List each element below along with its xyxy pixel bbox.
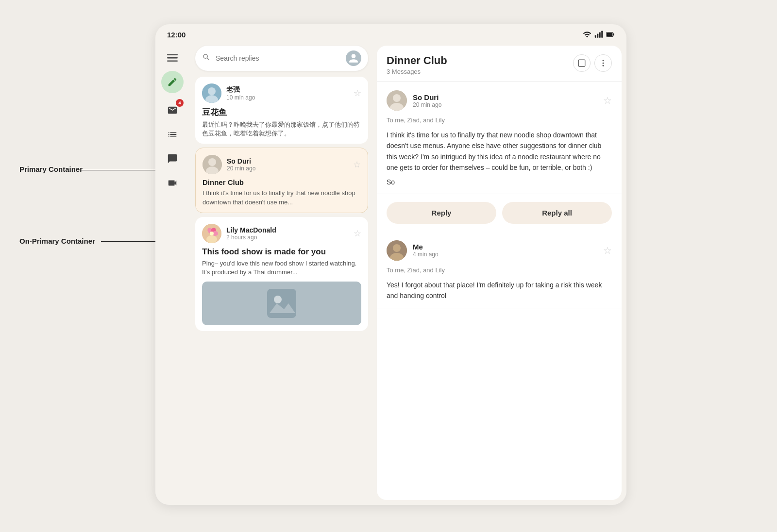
detail-header: Dinner Club 3 Messages <box>377 46 622 82</box>
message-item-soduri: So Duri 20 min ago ☆ To me, Ziad, and Li… <box>377 82 622 194</box>
msg-sign-soduri: So <box>387 178 612 186</box>
svg-rect-3 <box>601 31 603 38</box>
svg-point-32 <box>393 244 401 252</box>
email-time-laozi: 10 min ago <box>226 94 349 101</box>
msg-body-soduri: I think it's time for us to finally try … <box>387 130 612 173</box>
reply-button[interactable]: Reply <box>387 202 496 224</box>
avatar-lily <box>202 224 221 243</box>
svg-rect-0 <box>595 35 596 38</box>
msg-body-me: Yes! I forgot about that place! I'm defi… <box>387 280 612 301</box>
search-icon <box>202 53 211 64</box>
msg-meta-me: Me 4 min ago <box>413 243 597 258</box>
email-preview-lily: Ping– you'd love this new food show I st… <box>202 259 361 277</box>
battery-icon <box>606 30 615 39</box>
email-preview-laozi: 最近忙吗？昨晚我去了你最爱的那家饭馆，点了他们的特色豆花鱼，吃着吃着就想你了。 <box>202 120 361 138</box>
sidebar-list-icon[interactable] <box>161 123 184 146</box>
message-header-me: Me 4 min ago ☆ <box>387 240 612 261</box>
msg-to-me: To me, Ziad, and Lily <box>387 266 612 274</box>
svg-point-25 <box>603 60 604 61</box>
email-detail-panel: Dinner Club 3 Messages <box>377 46 622 500</box>
svg-point-26 <box>603 63 604 64</box>
email-sender-laozi: 老强 <box>226 85 349 94</box>
msg-sender-me: Me <box>413 243 597 251</box>
wifi-icon <box>583 30 591 39</box>
email-item-laozi[interactable]: 老强 10 min ago ☆ 豆花鱼 最近忙吗？昨晚我去了你最爱的那家饭馆，点… <box>195 77 368 144</box>
star-laozi[interactable]: ☆ <box>354 88 361 99</box>
sidebar-menu-icon[interactable] <box>161 47 184 69</box>
avatar-laozi <box>202 83 221 103</box>
star-lily[interactable]: ☆ <box>354 228 361 239</box>
email-subject-soduri: Dinner Club <box>203 178 361 186</box>
detail-title-block: Dinner Club 3 Messages <box>387 54 447 75</box>
sidebar-chat-icon[interactable] <box>161 148 184 170</box>
msg-time-me: 4 min ago <box>413 251 597 258</box>
label-on-primary-container: On-Primary Container <box>19 237 95 245</box>
user-avatar-search <box>346 50 361 66</box>
svg-point-20 <box>210 232 214 235</box>
msg-avatar-me <box>387 240 407 261</box>
email-list-panel: 老强 10 min ago ☆ 豆花鱼 最近忙吗？昨晚我去了你最爱的那家饭馆，点… <box>189 42 374 505</box>
avatar-soduri-list <box>203 155 222 174</box>
email-item-lily[interactable]: Lily MacDonald 2 hours ago ☆ This food s… <box>195 217 368 331</box>
svg-rect-8 <box>167 57 178 58</box>
email-subject-lily: This food show is made for you <box>202 247 361 257</box>
email-item-soduri[interactable]: So Duri 20 min ago ☆ Dinner Club I think… <box>195 148 368 213</box>
svg-rect-7 <box>167 54 178 55</box>
email-subject-laozi: 豆花鱼 <box>202 107 361 118</box>
svg-rect-2 <box>599 33 601 38</box>
email-sender-soduri: So Duri <box>227 157 348 165</box>
detail-title: Dinner Club <box>387 54 447 67</box>
svg-rect-9 <box>167 61 178 62</box>
email-preview-soduri: I think it's time for us to finally try … <box>203 189 361 206</box>
email-meta-soduri: So Duri 20 min ago <box>227 157 348 172</box>
status-icons <box>583 30 615 39</box>
status-bar: 12:00 <box>155 24 626 42</box>
email-header-laozi: 老强 10 min ago ☆ <box>202 83 361 103</box>
email-image-lily <box>202 282 361 325</box>
search-input[interactable] <box>216 54 341 62</box>
message-item-me: Me 4 min ago ☆ To me, Ziad, and Lily Yes… <box>377 232 622 310</box>
detail-square-icon[interactable] <box>573 54 591 72</box>
svg-rect-22 <box>267 289 296 318</box>
search-bar[interactable] <box>195 46 368 71</box>
svg-rect-24 <box>578 60 585 66</box>
message-header-soduri: So Duri 20 min ago ☆ <box>387 90 612 111</box>
email-meta-lily: Lily MacDonald 2 hours ago <box>226 226 349 241</box>
svg-point-27 <box>603 65 604 66</box>
msg-star-me[interactable]: ☆ <box>603 245 612 256</box>
detail-messages: So Duri 20 min ago ☆ To me, Ziad, and Li… <box>377 82 622 500</box>
label-primary-container: Primary Container <box>19 165 83 173</box>
svg-rect-6 <box>607 33 612 36</box>
reply-all-button[interactable]: Reply all <box>502 202 612 224</box>
svg-point-14 <box>208 158 216 166</box>
msg-meta-soduri: So Duri 20 min ago <box>413 93 597 108</box>
email-header-soduri: So Duri 20 min ago ☆ <box>203 155 361 174</box>
star-soduri[interactable]: ☆ <box>353 159 361 170</box>
status-time: 12:00 <box>167 31 186 39</box>
email-header-lily: Lily MacDonald 2 hours ago ☆ <box>202 224 361 243</box>
email-sender-lily: Lily MacDonald <box>226 226 349 234</box>
msg-star-soduri[interactable]: ☆ <box>603 95 612 106</box>
svg-rect-1 <box>597 34 598 38</box>
sidebar-inbox-wrapper[interactable]: 4 <box>161 99 184 121</box>
email-time-soduri: 20 min ago <box>227 165 348 172</box>
msg-sender-soduri: So Duri <box>413 93 597 101</box>
msg-avatar-soduri <box>387 90 407 111</box>
msg-time-soduri: 20 min ago <box>413 101 597 108</box>
svg-point-23 <box>274 296 282 303</box>
signal-icon <box>594 30 603 39</box>
svg-point-11 <box>208 87 216 95</box>
svg-point-21 <box>206 235 217 243</box>
reply-actions: Reply Reply all <box>377 194 622 232</box>
phone-frame: 12:00 <box>155 24 626 505</box>
sidebar-compose-icon[interactable] <box>161 71 184 93</box>
svg-rect-5 <box>613 33 614 36</box>
msg-to-soduri: To me, Ziad, and Lily <box>387 116 612 124</box>
inbox-badge: 4 <box>176 99 184 107</box>
detail-more-icon[interactable] <box>594 54 612 72</box>
svg-point-29 <box>393 94 401 102</box>
email-meta-laozi: 老强 10 min ago <box>226 85 349 101</box>
email-time-lily: 2 hours ago <box>226 234 349 241</box>
sidebar-video-icon[interactable] <box>161 172 184 194</box>
detail-count: 3 Messages <box>387 68 447 75</box>
